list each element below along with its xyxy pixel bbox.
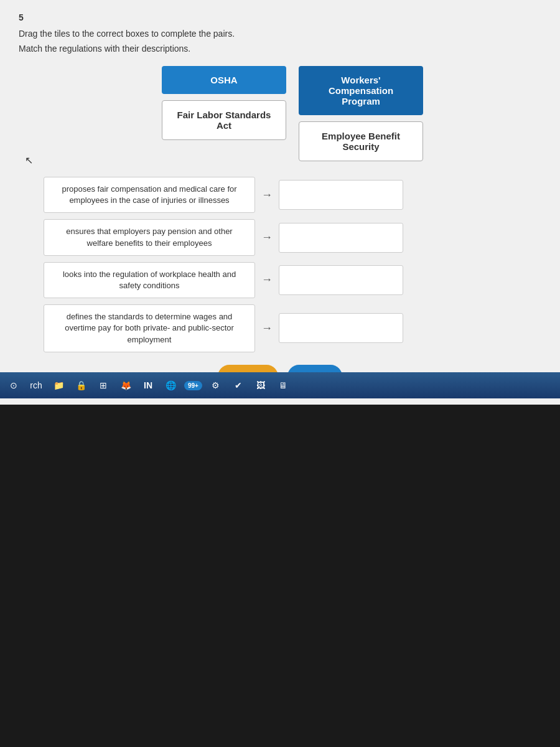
instruction-2: Match the regulations with their descrip… <box>19 44 541 54</box>
answer-box-2[interactable] <box>279 223 403 253</box>
match-row-2: ensures that employers pay pension and o… <box>44 219 541 255</box>
tile-fair-labor[interactable]: Fair Labor Standards Act <box>162 100 286 140</box>
taskbar-firefox[interactable]: 🦊 <box>117 377 134 394</box>
tile-osha[interactable]: OSHA <box>162 66 286 94</box>
taskbar-monitor[interactable]: 🖥 <box>274 377 292 394</box>
tile-workers-comp[interactable]: Workers' Compensation Program <box>299 66 423 115</box>
taskbar-lock[interactable]: 🔒 <box>72 377 90 394</box>
match-row-1: proposes fair compensation and medical c… <box>44 177 541 213</box>
arrow-1: → <box>261 189 273 202</box>
question-number: 5 <box>19 12 541 22</box>
taskbar-file-explorer[interactable]: 📁 <box>50 377 67 394</box>
cursor-icon: ↖ <box>25 154 33 166</box>
taskbar-settings[interactable]: ⚙ <box>207 377 225 394</box>
notification-badge[interactable]: 99+ <box>184 381 202 390</box>
instruction-1: Drag the tiles to the correct boxes to c… <box>19 29 541 39</box>
taskbar-search[interactable]: rch <box>27 377 45 394</box>
description-2: ensures that employers pay pension and o… <box>44 219 255 255</box>
match-row-4: defines the standards to determine wages… <box>44 304 541 352</box>
match-row-3: looks into the regulation of workplace h… <box>44 262 541 298</box>
description-1: proposes fair compensation and medical c… <box>44 177 255 213</box>
taskbar-globe[interactable]: 🌐 <box>162 377 179 394</box>
dark-background <box>0 431 560 747</box>
taskbar-check[interactable]: ✔ <box>230 377 247 394</box>
matching-area: proposes fair compensation and medical c… <box>19 177 541 352</box>
arrow-2: → <box>261 231 273 244</box>
taskbar-in[interactable]: IN <box>139 377 157 394</box>
start-button[interactable]: ⊙ <box>5 377 22 394</box>
arrow-4: → <box>261 322 273 335</box>
answer-box-4[interactable] <box>279 313 403 343</box>
taskbar: ⊙ rch 📁 🔒 ⊞ 🦊 IN 🌐 99+ ⚙ ✔ 🖼 🖥 <box>0 372 560 398</box>
tile-employee-benefit[interactable]: Employee Benefit Security <box>299 121 423 161</box>
tiles-column-right: Workers' Compensation Program Employee B… <box>299 66 423 161</box>
tiles-column-left: OSHA Fair Labor Standards Act <box>162 66 286 161</box>
taskbar-image[interactable]: 🖼 <box>252 377 269 394</box>
taskbar-grid[interactable]: ⊞ <box>95 377 112 394</box>
answer-box-1[interactable] <box>279 180 403 210</box>
description-4: defines the standards to determine wages… <box>44 304 255 352</box>
answer-box-3[interactable] <box>279 265 403 295</box>
arrow-3: → <box>261 273 273 286</box>
description-3: looks into the regulation of workplace h… <box>44 262 255 298</box>
